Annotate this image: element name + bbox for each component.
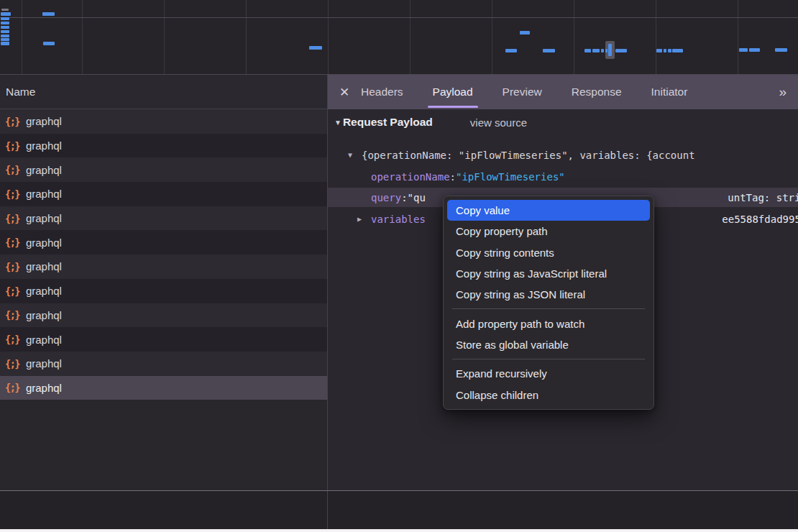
overview-request-bar: [1, 12, 11, 16]
overview-request-bar: [592, 49, 600, 52]
tab-headers[interactable]: Headers: [361, 75, 403, 109]
network-request-row[interactable]: {;}graphql: [0, 376, 327, 400]
network-request-row[interactable]: {;}graphql: [0, 157, 327, 182]
json-request-icon: {;}: [5, 237, 19, 248]
menu-item[interactable]: Copy property path: [447, 221, 650, 242]
overview-request-bar: [739, 48, 748, 52]
menu-item[interactable]: Copy string contents: [447, 242, 650, 263]
property-value: "ipFlowTimeseries": [456, 171, 565, 183]
request-name-label: graphql: [26, 334, 62, 346]
name-column-label: Name: [6, 86, 35, 98]
colon: :: [401, 192, 407, 203]
network-request-row[interactable]: {;}graphql: [0, 254, 327, 279]
tab-label: Response: [572, 86, 622, 98]
overview-request-bar: [608, 44, 612, 56]
devtools-network-panel: Name {;}graphql{;}graphql{;}graphql{;}gr…: [0, 0, 798, 532]
panel-divider: [327, 491, 328, 529]
request-name-label: graphql: [26, 139, 62, 152]
json-request-icon: {;}: [5, 116, 19, 127]
menu-item[interactable]: Store as global variable: [447, 334, 650, 355]
json-request-icon: {;}: [5, 334, 19, 345]
more-tabs-icon[interactable]: »: [779, 75, 798, 109]
tab-label: Headers: [361, 86, 403, 98]
overview-request-bar: [615, 49, 627, 52]
menu-item[interactable]: Copy string as JSON literal: [447, 284, 650, 305]
property-key: operationName: [371, 171, 450, 183]
request-payload-section: ▼ Request Payload view source: [328, 116, 527, 129]
request-name-label: graphql: [26, 382, 62, 394]
overview-request-bar: [1, 17, 9, 20]
status-footer: [0, 491, 798, 529]
network-request-row[interactable]: {;}graphql: [0, 230, 327, 254]
network-request-row[interactable]: {;}graphql: [0, 327, 327, 352]
overview-request-bar: [668, 49, 671, 52]
network-request-row[interactable]: {;}graphql: [0, 279, 327, 303]
json-request-icon: {;}: [5, 140, 19, 152]
overview-request-bar: [775, 48, 787, 52]
overview-request-bar: [309, 46, 322, 50]
json-request-icon: {;}: [5, 309, 19, 321]
menu-divider: [452, 359, 645, 359]
request-name-label: graphql: [26, 357, 62, 370]
tab-payload[interactable]: Payload: [433, 75, 473, 109]
request-name-label: graphql: [26, 212, 62, 224]
tab-label: Preview: [503, 86, 542, 98]
payload-summary-text: {operationName: "ipFlowTimeseries", vari…: [362, 150, 695, 161]
menu-item[interactable]: Add property path to watch: [447, 313, 650, 334]
overview-request-bar: [656, 49, 662, 52]
expander-open-icon[interactable]: ▼: [348, 151, 362, 159]
overview-request-bar: [1, 42, 9, 45]
json-request-icon: {;}: [5, 213, 19, 224]
request-name-label: graphql: [26, 188, 62, 200]
expander-closed-icon[interactable]: ▶: [357, 215, 371, 223]
menu-item[interactable]: Copy value: [447, 200, 650, 221]
menu-item[interactable]: Copy string as JavaScript literal: [447, 263, 650, 284]
overview-request-bar: [520, 31, 530, 35]
overview-request-bar: [543, 49, 555, 52]
name-column-header[interactable]: Name: [0, 75, 327, 109]
overview-request-bar: [1, 38, 9, 41]
overview-request-bar: [1, 9, 9, 11]
overview-request-bar: [749, 48, 760, 52]
network-overview[interactable]: [0, 0, 798, 75]
overview-request-bar: [1, 22, 9, 24]
section-disclosure-icon[interactable]: ▼: [334, 119, 341, 127]
request-name-label: graphql: [26, 115, 62, 127]
request-list: {;}graphql{;}graphql{;}graphql{;}graphql…: [0, 109, 327, 400]
tab-preview[interactable]: Preview: [503, 75, 542, 109]
overview-gridline: [0, 17, 798, 18]
property-key: variables: [371, 214, 426, 225]
json-request-icon: {;}: [5, 164, 19, 175]
overview-request-bar: [42, 12, 55, 16]
operation-name-row[interactable]: operationName: "ipFlowTimeseries": [328, 166, 798, 187]
overview-request-bar: [601, 49, 604, 52]
payload-root-row[interactable]: ▼ {operationName: "ipFlowTimeseries", va…: [328, 145, 798, 165]
view-source-link[interactable]: view source: [470, 116, 527, 129]
request-name-label: graphql: [26, 164, 62, 176]
close-icon[interactable]: ✕: [328, 75, 361, 109]
tab-label: Initiator: [651, 86, 688, 98]
tab-initiator[interactable]: Initiator: [651, 75, 688, 109]
menu-item[interactable]: Collapse children: [447, 384, 650, 405]
tab-label: Payload: [433, 86, 473, 98]
menu-item[interactable]: Expand recursively: [447, 363, 650, 384]
json-request-icon: {;}: [5, 382, 19, 393]
overview-request-bar: [505, 49, 517, 52]
query-value-left-fragment: "qu: [408, 192, 426, 203]
request-name-label: graphql: [26, 260, 62, 272]
overview-request-bar: [605, 49, 607, 52]
network-request-row[interactable]: {;}graphql: [0, 109, 327, 134]
screenshot-bottom-edge: [0, 529, 798, 532]
details-tabbar: ✕ HeadersPayloadPreviewResponseInitiator…: [328, 75, 798, 109]
network-request-row[interactable]: {;}graphql: [0, 352, 327, 376]
colon: :: [450, 171, 456, 183]
context-menu: Copy valueCopy property pathCopy string …: [443, 196, 654, 410]
network-request-row[interactable]: {;}graphql: [0, 206, 327, 231]
network-request-row[interactable]: {;}graphql: [0, 134, 327, 158]
tab-response[interactable]: Response: [572, 75, 622, 109]
json-request-icon: {;}: [5, 285, 19, 297]
network-request-row[interactable]: {;}graphql: [0, 182, 327, 206]
overview-request-bar: [672, 49, 683, 52]
network-request-row[interactable]: {;}graphql: [0, 303, 327, 328]
property-key: query: [371, 192, 401, 203]
